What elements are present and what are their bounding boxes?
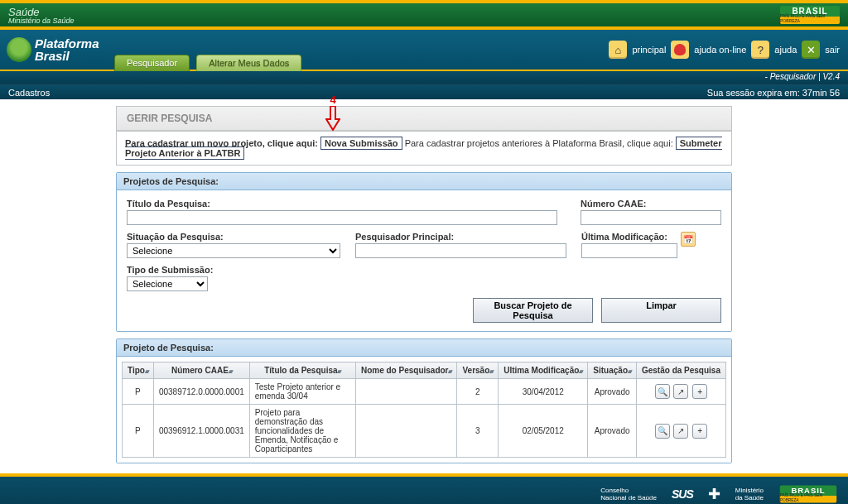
th-titulo[interactable]: Título da Pesquisa bbox=[249, 362, 355, 379]
footer: ConselhoNacional de Saúde SUS ✚ Ministér… bbox=[0, 477, 848, 504]
th-versao[interactable]: Versão bbox=[457, 362, 499, 379]
th-modif[interactable]: Ultima Modificação bbox=[499, 362, 588, 379]
th-situacao[interactable]: Situação bbox=[588, 362, 637, 379]
results-section: Projeto de Pesquisa: Tipo Número CAAE Tí… bbox=[116, 338, 732, 463]
panel-title: GERIR PESQUISA bbox=[117, 107, 731, 131]
nav-ajuda[interactable]: ajuda bbox=[774, 45, 797, 55]
tab-pesquisador[interactable]: Pesquisador bbox=[114, 55, 190, 71]
calendar-icon[interactable]: 📅 bbox=[681, 232, 696, 247]
buscar-button[interactable]: Buscar Projeto de Pesquisa bbox=[473, 298, 593, 323]
pesquisador-principal-input[interactable] bbox=[355, 243, 566, 258]
submit-prefix-2: Para cadastrar projetos anteriores à Pla… bbox=[405, 138, 673, 148]
add-icon[interactable]: + bbox=[692, 424, 707, 439]
globe-icon bbox=[7, 37, 31, 62]
footer-sus: SUS bbox=[672, 491, 693, 498]
limpar-button[interactable]: Limpar bbox=[601, 298, 721, 323]
close-icon[interactable]: ✕ bbox=[802, 41, 820, 59]
detail-icon[interactable]: 🔍 bbox=[655, 424, 670, 439]
menu-cadastros[interactable]: Cadastros bbox=[8, 88, 50, 98]
table-row: P 00396912.1.0000.0031 Projeto para demo… bbox=[123, 405, 726, 458]
th-nome[interactable]: Nome do Pesquisador bbox=[355, 362, 457, 379]
brasil-logo: BRASIL PAÍS RICO É PAÍS SEM POBREZA bbox=[780, 486, 836, 503]
session-timer: Sua sessão expira em: 37min 56 bbox=[707, 88, 840, 98]
table-row: P 00389712.0.0000.0001 Teste Projeto ant… bbox=[123, 379, 726, 405]
situacao-label: Situação da Pesquisa: bbox=[127, 232, 340, 242]
gov-header: Saúde Ministério da Saúde BRASIL PAÍS RI… bbox=[0, 3, 848, 26]
open-icon[interactable]: ↗ bbox=[673, 384, 688, 399]
tipo-submissao-label: Tipo de Submissão: bbox=[127, 265, 213, 275]
nova-submissao-button[interactable]: Nova Submissão bbox=[320, 137, 402, 150]
footer-conselho: ConselhoNacional de Saúde bbox=[600, 487, 657, 502]
pesquisador-label: Pesquisador Principal: bbox=[355, 232, 566, 242]
results-header: Projeto de Pesquisa: bbox=[117, 339, 731, 357]
nav-ajuda-online[interactable]: ajuda on-line bbox=[694, 45, 746, 55]
tab-alterar-dados[interactable]: Alterar Meus Dados bbox=[196, 55, 301, 71]
tipo-submissao-select[interactable]: Selecione bbox=[127, 276, 208, 291]
app-logo: Plataforma Brasil bbox=[7, 37, 99, 62]
main-tabs: Pesquisador Alterar Meus Dados bbox=[114, 55, 301, 71]
search-section: Projetos de Pesquisa: Título da Pesquisa… bbox=[116, 172, 732, 332]
help-icon[interactable]: ? bbox=[751, 41, 769, 59]
th-gestao: Gestão da Pesquisa bbox=[636, 362, 725, 379]
role-version: - Pesquisador | V2.4 bbox=[0, 71, 848, 84]
titulo-pesquisa-input[interactable] bbox=[127, 210, 557, 225]
numero-caae-input[interactable] bbox=[581, 210, 721, 225]
caae-label: Número CAAE: bbox=[581, 199, 721, 209]
brasil-logo: BRASIL PAÍS RICO É PAÍS SEM POBREZA bbox=[780, 6, 840, 24]
situacao-select[interactable]: Selecione bbox=[127, 243, 340, 258]
plus-icon: ✚ bbox=[708, 488, 720, 500]
add-icon[interactable]: + bbox=[692, 384, 707, 399]
th-caae[interactable]: Número CAAE bbox=[153, 362, 249, 379]
nav-sair[interactable]: sair bbox=[825, 45, 840, 55]
home-icon[interactable]: ⌂ bbox=[609, 41, 627, 59]
avatar-icon[interactable] bbox=[671, 41, 689, 59]
open-icon[interactable]: ↗ bbox=[673, 424, 688, 439]
nav-principal[interactable]: principal bbox=[632, 45, 666, 55]
footer-ministerio: Ministérioda Saúde bbox=[735, 487, 764, 502]
gov-title: Saúde Ministério da Saúde bbox=[8, 6, 75, 25]
detail-icon[interactable]: 🔍 bbox=[655, 384, 670, 399]
th-tipo[interactable]: Tipo bbox=[123, 362, 154, 379]
titulo-label: Título da Pesquisa: bbox=[127, 199, 566, 209]
panel-gerir-pesquisa: GERIR PESQUISA bbox=[116, 106, 732, 132]
search-section-header: Projetos de Pesquisa: bbox=[117, 173, 731, 190]
ultima-modificacao-input[interactable] bbox=[581, 243, 677, 258]
results-table: Tipo Número CAAE Título da Pesquisa Nome… bbox=[122, 362, 726, 458]
app-header: Plataforma Brasil ⌂ principal ajuda on-l… bbox=[0, 30, 848, 70]
submit-line: 4 Para cadastrar um novo projeto, clique… bbox=[116, 132, 732, 166]
modificacao-label: Última Modificação: bbox=[581, 232, 677, 242]
